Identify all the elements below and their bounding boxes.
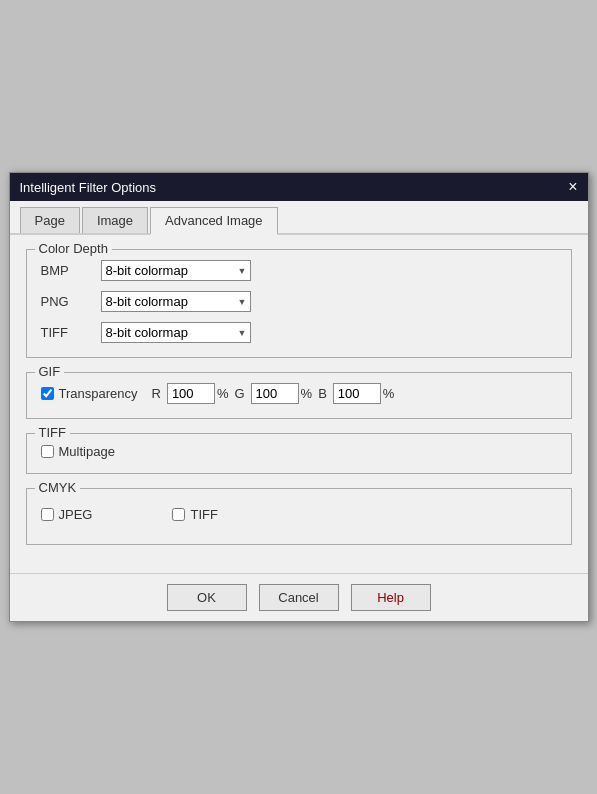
g-pct: % (301, 386, 313, 401)
cancel-button[interactable]: Cancel (259, 584, 339, 611)
png-dropdown[interactable]: 8-bit colormap 16-bit grayscale 24-bit R… (101, 291, 251, 312)
multipage-checkbox[interactable] (41, 445, 54, 458)
b-input-wrap: % (333, 383, 395, 404)
r-pct: % (217, 386, 229, 401)
rgb-group: R % G % B % (152, 383, 395, 404)
tab-page[interactable]: Page (20, 207, 80, 233)
tiff-dropdown[interactable]: 8-bit colormap 16-bit grayscale 24-bit R… (101, 322, 251, 343)
transparency-label[interactable]: Transparency (41, 386, 138, 401)
tiff-legend: TIFF (35, 425, 70, 440)
bmp-label: BMP (41, 263, 101, 278)
gif-row: Transparency R % G % B (41, 383, 557, 404)
tiff-depth-label: TIFF (41, 325, 101, 340)
cmyk-section: CMYK JPEG TIFF (26, 488, 572, 545)
color-depth-legend: Color Depth (35, 241, 112, 256)
png-select-wrapper: 8-bit colormap 16-bit grayscale 24-bit R… (101, 291, 251, 312)
g-label: G (234, 386, 244, 401)
tiff-section: TIFF Multipage (26, 433, 572, 474)
close-button[interactable]: × (568, 179, 577, 195)
tabs-row: Page Image Advanced Image (10, 201, 588, 235)
jpeg-checkbox[interactable] (41, 508, 54, 521)
dialog-title: Intelligent Filter Options (20, 180, 157, 195)
multipage-label[interactable]: Multipage (41, 444, 557, 459)
cmyk-legend: CMYK (35, 480, 81, 495)
ok-button[interactable]: OK (167, 584, 247, 611)
gif-legend: GIF (35, 364, 65, 379)
bmp-row: BMP 8-bit colormap 16-bit grayscale 24-b… (41, 260, 557, 281)
color-depth-section: Color Depth BMP 8-bit colormap 16-bit gr… (26, 249, 572, 358)
b-pct: % (383, 386, 395, 401)
g-input[interactable] (251, 383, 299, 404)
main-content: Color Depth BMP 8-bit colormap 16-bit gr… (10, 235, 588, 573)
png-row: PNG 8-bit colormap 16-bit grayscale 24-b… (41, 291, 557, 312)
jpeg-label[interactable]: JPEG (41, 507, 93, 522)
transparency-checkbox[interactable] (41, 387, 54, 400)
b-input[interactable] (333, 383, 381, 404)
cmyk-tiff-checkbox[interactable] (172, 508, 185, 521)
title-bar: Intelligent Filter Options × (10, 173, 588, 201)
png-label: PNG (41, 294, 101, 309)
r-input-wrap: % (167, 383, 229, 404)
help-button[interactable]: Help (351, 584, 431, 611)
bmp-select-wrapper: 8-bit colormap 16-bit grayscale 24-bit R… (101, 260, 251, 281)
cmyk-tiff-label[interactable]: TIFF (172, 507, 217, 522)
r-input[interactable] (167, 383, 215, 404)
gif-section: GIF Transparency R % G % (26, 372, 572, 419)
tiff-depth-row: TIFF 8-bit colormap 16-bit grayscale 24-… (41, 322, 557, 343)
footer: OK Cancel Help (10, 573, 588, 621)
tab-advanced-image[interactable]: Advanced Image (150, 207, 278, 235)
tiff-select-wrapper: 8-bit colormap 16-bit grayscale 24-bit R… (101, 322, 251, 343)
bmp-dropdown[interactable]: 8-bit colormap 16-bit grayscale 24-bit R… (101, 260, 251, 281)
b-label: B (318, 386, 327, 401)
tab-image[interactable]: Image (82, 207, 148, 233)
g-input-wrap: % (251, 383, 313, 404)
r-label: R (152, 386, 161, 401)
dialog: Intelligent Filter Options × Page Image … (9, 172, 589, 622)
